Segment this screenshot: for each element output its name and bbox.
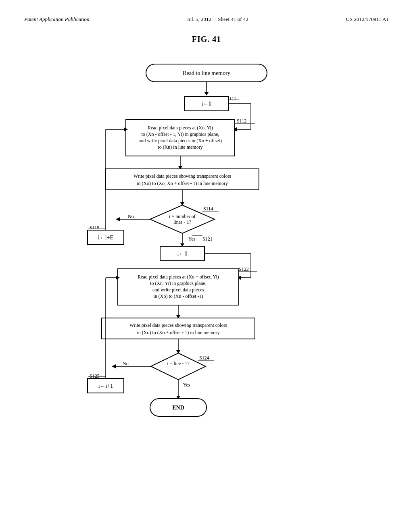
start-label: Read to line memory <box>183 70 230 76</box>
s113-box-2: in (Xo) to (Xo, Xo + offset - 1) in line… <box>137 181 228 186</box>
svg-marker-45 <box>112 364 116 368</box>
s114-diamond-text-1: i = number of <box>169 214 196 219</box>
end-label: END <box>172 405 184 411</box>
s122-label: S122 <box>239 266 249 272</box>
s113-box-1: Write pixel data pieces showing transpar… <box>133 173 231 179</box>
s122-box-1: Read pixel data pieces at (Xo + offset, … <box>138 274 219 280</box>
svg-marker-2 <box>204 92 209 96</box>
s125-label: S125 <box>90 373 100 379</box>
s112-box-4: to (Xn) in line memory <box>158 144 202 150</box>
header: Patent Application Publication Jul. 5, 2… <box>24 16 389 23</box>
s112-box-3: and write pixel data pieces in (Xo + off… <box>139 138 222 143</box>
header-sheet: Sheet 41 of 42 <box>218 16 248 22</box>
s121-label-tag: S121 <box>202 236 213 242</box>
s123-box-2: in (Xo) to (Xo + offset - 1) in line mem… <box>137 330 219 335</box>
s114-no-label: No <box>128 214 134 219</box>
header-left: Patent Application Publication <box>24 16 90 23</box>
s122-box-3: and write pixel data pieces <box>152 287 204 293</box>
s112-box-1: Read pixel data pieces at (Xo, Yi) <box>148 125 213 131</box>
page: Patent Application Publication Jul. 5, 2… <box>0 0 413 532</box>
s111-box: i←0 <box>202 101 212 107</box>
svg-marker-43 <box>151 353 206 380</box>
s123-box-1: Write pixel data pieces showing transpar… <box>129 322 227 328</box>
flowchart-svg: Read to line memory S111 i←0 S112 Rea <box>65 60 348 483</box>
svg-marker-20 <box>116 217 120 221</box>
s124-label: S124 <box>199 355 209 361</box>
header-right: US 2012/170911 A1 <box>346 16 389 23</box>
s114-yes-label: Yes <box>188 236 196 242</box>
s112-box-2: to (Xn - offset - 1, Yi) in graphics pla… <box>142 131 219 137</box>
s114-label: S114 <box>203 206 213 212</box>
header-date: Jul. 5, 2012 <box>187 16 211 22</box>
figure-title: FIG. 41 <box>24 35 389 44</box>
svg-rect-39 <box>102 318 255 339</box>
s115-label: S115 <box>90 225 99 231</box>
s124-yes-label: Yes <box>183 382 190 388</box>
s115-box: i←i+E <box>98 235 113 241</box>
s125-box: i←i+1 <box>98 383 113 389</box>
svg-rect-14 <box>106 169 259 190</box>
s114-diamond-text-2: lines - 1? <box>173 219 191 225</box>
s122-box-2: to (Xn, Yi) in graphics plane, <box>150 281 206 286</box>
header-center: Jul. 5, 2012 Sheet 41 of 42 <box>187 16 248 23</box>
s124-diamond-text-1: i = line - 1? <box>167 361 189 366</box>
s112-label: S112 <box>237 118 246 124</box>
s124-no-label: No <box>123 361 129 366</box>
s122-box-4: in (Xo) to (Xn - offset -1) <box>153 293 203 299</box>
s121-box: i←0 <box>177 251 188 257</box>
